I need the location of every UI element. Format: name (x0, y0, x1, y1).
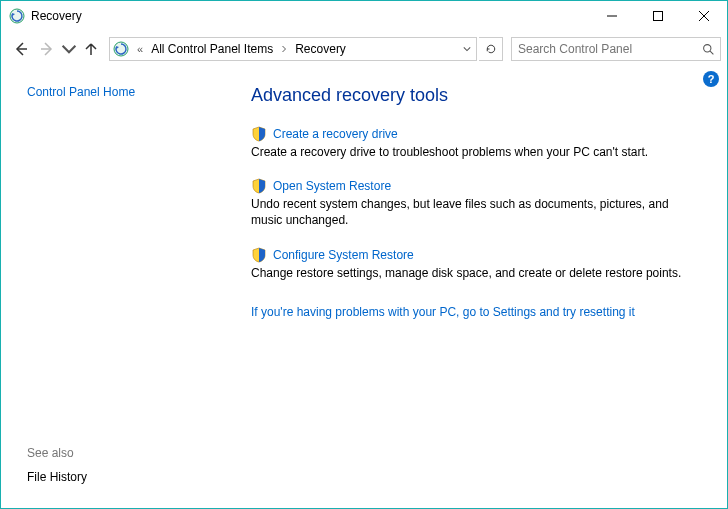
window-title: Recovery (31, 9, 589, 23)
title-bar: Recovery (1, 1, 727, 31)
open-system-restore-desc: Undo recent system changes, but leave fi… (251, 196, 687, 228)
configure-system-restore-link[interactable]: Configure System Restore (273, 248, 414, 262)
tool-create-recovery-drive: Create a recovery drive Create a recover… (251, 126, 687, 160)
window-controls (589, 1, 727, 31)
back-button[interactable] (9, 37, 33, 61)
window: Recovery (0, 0, 728, 509)
search-icon[interactable] (696, 38, 720, 60)
see-also-section: See also File History (27, 446, 211, 508)
control-panel-home-link[interactable]: Control Panel Home (27, 85, 211, 99)
open-system-restore-link[interactable]: Open System Restore (273, 179, 391, 193)
sidebar: Control Panel Home See also File History (1, 67, 211, 508)
reset-pc-link[interactable]: If you're having problems with your PC, … (251, 305, 687, 319)
search-box[interactable] (511, 37, 721, 61)
forward-button[interactable] (35, 37, 59, 61)
address-dropdown-button[interactable] (458, 38, 476, 60)
nav-row: « All Control Panel Items Recovery (1, 31, 727, 67)
search-input[interactable] (512, 38, 696, 60)
help-icon[interactable]: ? (703, 71, 719, 87)
svg-point-8 (703, 44, 710, 51)
up-button[interactable] (79, 37, 103, 61)
close-button[interactable] (681, 1, 727, 31)
tool-configure-system-restore: Configure System Restore Change restore … (251, 247, 687, 281)
main-content: Advanced recovery tools Create a recover… (211, 67, 727, 508)
create-recovery-drive-link[interactable]: Create a recovery drive (273, 127, 398, 141)
maximize-button[interactable] (635, 1, 681, 31)
shield-icon (251, 247, 267, 263)
shield-icon (251, 178, 267, 194)
recent-locations-button[interactable] (61, 37, 77, 61)
svg-line-9 (710, 51, 713, 54)
body: ? Control Panel Home See also File Histo… (1, 67, 727, 508)
breadcrumb-overflow-icon[interactable]: « (133, 43, 147, 55)
recovery-icon (9, 8, 25, 24)
see-also-label: See also (27, 446, 211, 460)
shield-icon (251, 126, 267, 142)
chevron-right-icon[interactable] (277, 42, 291, 56)
minimize-button[interactable] (589, 1, 635, 31)
create-recovery-drive-desc: Create a recovery drive to troubleshoot … (251, 144, 687, 160)
file-history-link[interactable]: File History (27, 470, 87, 484)
recovery-icon (113, 41, 129, 57)
address-bar[interactable]: « All Control Panel Items Recovery (109, 37, 477, 61)
refresh-button[interactable] (479, 37, 503, 61)
breadcrumb-recovery[interactable]: Recovery (291, 38, 350, 60)
configure-system-restore-desc: Change restore settings, manage disk spa… (251, 265, 687, 281)
svg-rect-2 (654, 12, 663, 21)
tool-open-system-restore: Open System Restore Undo recent system c… (251, 178, 687, 228)
breadcrumb-all-items[interactable]: All Control Panel Items (147, 38, 277, 60)
page-heading: Advanced recovery tools (251, 85, 687, 106)
